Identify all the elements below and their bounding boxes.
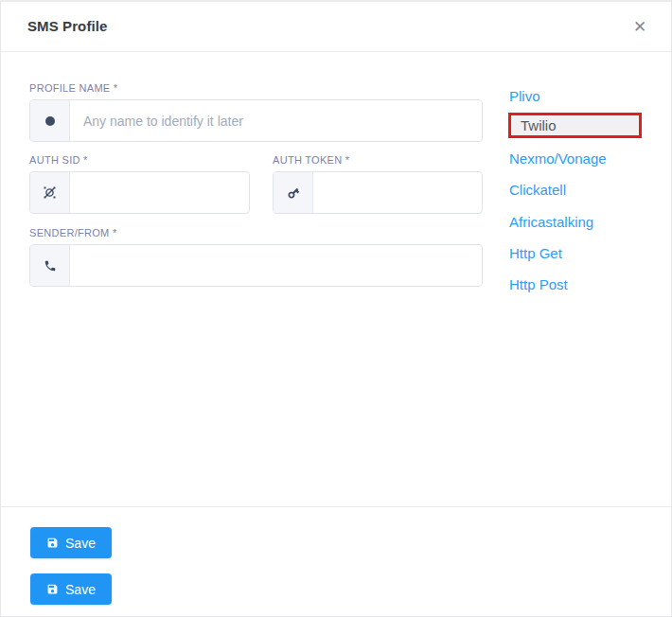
floppy-icon <box>46 537 59 549</box>
save-button[interactable]: Save <box>30 527 112 558</box>
key-icon <box>274 172 313 213</box>
phone-icon <box>30 245 70 286</box>
close-icon[interactable]: ✕ <box>628 15 652 40</box>
floppy-icon <box>46 583 59 595</box>
footer-divider <box>1 506 671 507</box>
profile-name-label: PROFILE NAME * <box>29 82 483 94</box>
provider-label-twilio: Twilio <box>521 118 557 132</box>
auth-sid-input-group <box>29 171 250 214</box>
provider-item-twilio-highlighted[interactable]: Twilio <box>508 113 642 138</box>
profile-name-input[interactable] <box>70 100 482 141</box>
save-button-label: Save <box>65 536 96 551</box>
page-title: SMS Profile <box>27 18 107 34</box>
provider-link-http-get[interactable]: Http Get <box>509 246 562 261</box>
sender-from-input-group <box>29 244 483 287</box>
sender-from-label: SENDER/FROM * <box>29 227 483 238</box>
auth-sid-label: AUTH SID * <box>29 154 250 166</box>
auth-sid-input[interactable] <box>70 172 249 213</box>
provider-link-nexmo-vonage[interactable]: Nexmo/Vonage <box>509 151 607 167</box>
auth-token-input-group <box>273 171 483 214</box>
sms-profile-modal: SMS Profile ✕ PROFILE NAME * AUTH SID * <box>0 0 672 617</box>
provider-link-africastalking[interactable]: Africastalking <box>509 215 593 230</box>
profile-name-field: PROFILE NAME * <box>29 82 483 142</box>
provider-link-http-post[interactable]: Http Post <box>509 277 568 292</box>
auth-token-input[interactable] <box>313 172 482 213</box>
sender-from-field: SENDER/FROM * <box>29 227 483 287</box>
modal-header: SMS Profile ✕ <box>1 2 671 52</box>
auth-token-field: AUTH TOKEN * <box>273 154 483 214</box>
id-scan-icon <box>30 172 70 213</box>
auth-sid-field: AUTH SID * <box>29 154 250 214</box>
save-button-label: Save <box>65 582 96 597</box>
profile-name-input-group <box>29 99 483 142</box>
save-button-secondary[interactable]: Save <box>30 573 112 605</box>
circle-icon <box>30 100 70 141</box>
sender-from-input[interactable] <box>70 245 482 286</box>
provider-link-plivo[interactable]: Plivo <box>509 89 540 104</box>
auth-token-label: AUTH TOKEN * <box>273 154 483 166</box>
provider-link-clickatell[interactable]: Clickatell <box>509 183 566 198</box>
